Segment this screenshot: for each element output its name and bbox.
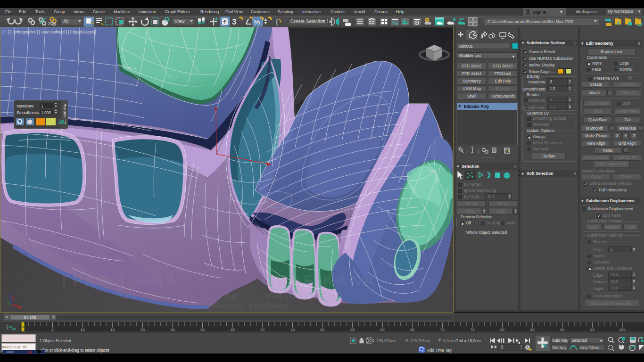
svg-text:3: 3: [232, 17, 236, 26]
svg-text:GRAFIKANA: GRAFIKANA: [262, 272, 377, 289]
svg-text:Iterations:: Iterations:: [17, 104, 34, 108]
svg-text:Create Selection Se: Create Selection Se: [290, 19, 332, 24]
svg-text:All: All: [63, 19, 68, 24]
svg-text:x: x: [12, 296, 14, 300]
svg-text:[ + ] [ Orthographic ] [ User: [ + ] [ Orthographic ] [ User Defined ] …: [2, 30, 96, 34]
svg-text:1,000: 1,000: [41, 110, 51, 115]
svg-text:C:\Users\Константин\Documents\: C:\Users\Константин\Documents\3ds Max 20…: [487, 19, 573, 24]
svg-text:VIRTUAL SCHO: VIRTUAL SCHO: [265, 291, 344, 301]
svg-text:View: View: [174, 19, 185, 24]
svg-text:0: 0: [501, 345, 504, 350]
svg-text:Grafikana.ru: Grafikana.ru: [198, 302, 243, 310]
svg-text:ВИРТУАЛЬНАЯ ШКОЛА: ВИРТУАЛЬНАЯ ШКОЛА: [118, 291, 239, 301]
svg-text:Smoothness:: Smoothness:: [17, 110, 40, 115]
svg-text:TOP: TOP: [429, 48, 434, 51]
svg-text:ГРАФИКАНА: ГРАФИКАНА: [62, 272, 179, 289]
svg-text:| Grafikana: | Grafikana: [249, 302, 289, 310]
svg-text:%: %: [254, 18, 260, 26]
svg-text:1: 1: [41, 104, 43, 108]
svg-text:{: {: [276, 18, 278, 25]
